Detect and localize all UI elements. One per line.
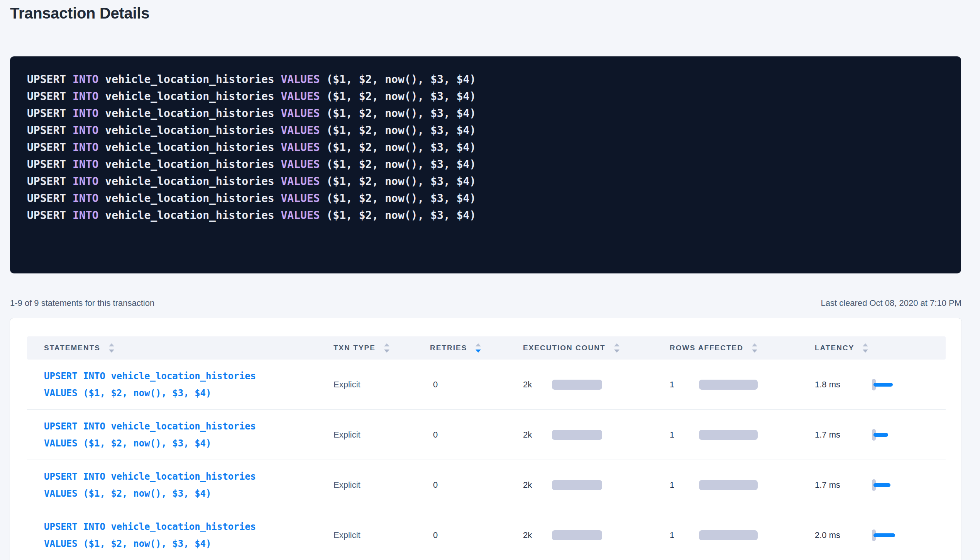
statement-link[interactable]: UPSERT INTO vehicle_location_historiesVA… bbox=[27, 468, 256, 502]
sql-text: UPSERT bbox=[27, 158, 73, 171]
sql-text: vehicle_location_histories bbox=[105, 209, 281, 222]
sql-text: ($1, $2, now(), $3, $4) bbox=[326, 175, 476, 188]
rows-affected-cell: 1 bbox=[670, 460, 815, 510]
column-header-latency[interactable]: LATENCY bbox=[815, 343, 946, 353]
txn-type-cell: Explicit bbox=[333, 410, 430, 460]
sql-keyword: VALUES bbox=[281, 158, 326, 171]
statement-line-2: VALUES ($1, $2, now(), $3, $4) bbox=[44, 485, 256, 502]
sort-down-arrow-icon bbox=[384, 350, 389, 353]
sql-keyword: INTO bbox=[73, 192, 105, 205]
execution-count-bar bbox=[552, 530, 602, 540]
sql-text: UPSERT bbox=[27, 209, 73, 222]
statements-table-body: UPSERT INTO vehicle_location_historiesVA… bbox=[27, 360, 945, 560]
statement-line-2: VALUES ($1, $2, now(), $3, $4) bbox=[44, 435, 256, 452]
statement-cell: UPSERT INTO vehicle_location_historiesVA… bbox=[27, 460, 333, 510]
sort-up-arrow-icon bbox=[863, 343, 868, 346]
sql-text: UPSERT bbox=[27, 141, 73, 154]
latency-cell: 1.7 ms bbox=[815, 410, 946, 460]
statement-cell: UPSERT INTO vehicle_location_historiesVA… bbox=[27, 410, 333, 460]
page-title: Transaction Details bbox=[10, 5, 149, 22]
txn-type-value: Explicit bbox=[333, 480, 361, 490]
sql-statement-line: UPSERT INTO vehicle_location_histories V… bbox=[27, 156, 946, 173]
sql-statement-line: UPSERT INTO vehicle_location_histories V… bbox=[27, 105, 946, 122]
sql-text: UPSERT bbox=[27, 90, 73, 103]
execution-count-cell: 2k bbox=[523, 510, 670, 560]
sql-text: ($1, $2, now(), $3, $4) bbox=[326, 73, 476, 86]
retries-value: 0 bbox=[433, 480, 438, 490]
rows-affected-value: 1 bbox=[670, 430, 674, 440]
sql-text: ($1, $2, now(), $3, $4) bbox=[326, 107, 476, 120]
sort-icon bbox=[476, 343, 481, 353]
sql-keyword: INTO bbox=[73, 175, 105, 188]
txn-type-cell: Explicit bbox=[333, 460, 430, 510]
column-header-label: LATENCY bbox=[815, 344, 854, 352]
sort-down-arrow-icon bbox=[863, 350, 868, 353]
sql-keyword: INTO bbox=[73, 158, 105, 171]
sort-icon bbox=[752, 343, 757, 353]
column-header-retries[interactable]: RETRIES bbox=[430, 343, 523, 353]
sql-keyword: INTO bbox=[73, 107, 105, 120]
statements-table-header: STATEMENTSTXN TYPERETRIESEXECUTION COUNT… bbox=[27, 336, 946, 360]
sql-statement-line: UPSERT INTO vehicle_location_histories V… bbox=[27, 122, 946, 139]
sql-statement-line: UPSERT INTO vehicle_location_histories V… bbox=[27, 88, 946, 105]
rows-affected-cell: 1 bbox=[670, 510, 815, 560]
table-row: UPSERT INTO vehicle_location_historiesVA… bbox=[27, 360, 946, 410]
sql-keyword: INTO bbox=[73, 141, 105, 154]
statement-cell: UPSERT INTO vehicle_location_historiesVA… bbox=[27, 360, 333, 409]
statement-line-2: VALUES ($1, $2, now(), $3, $4) bbox=[44, 535, 256, 552]
retries-value: 0 bbox=[433, 430, 438, 440]
retries-cell: 0 bbox=[430, 510, 523, 560]
sql-keyword: VALUES bbox=[281, 209, 326, 222]
retries-value: 0 bbox=[433, 380, 438, 390]
rows-affected-value: 1 bbox=[670, 380, 674, 390]
rows-affected-value: 1 bbox=[670, 480, 674, 490]
sql-keyword: VALUES bbox=[281, 90, 326, 103]
table-caption-row: 1-9 of 9 statements for this transaction… bbox=[10, 298, 961, 308]
sql-text: vehicle_location_histories bbox=[105, 141, 281, 154]
statement-link[interactable]: UPSERT INTO vehicle_location_historiesVA… bbox=[27, 518, 256, 552]
column-header-txn-type[interactable]: TXN TYPE bbox=[333, 343, 430, 353]
execution-count-bar bbox=[552, 430, 602, 440]
latency-value: 1.7 ms bbox=[815, 480, 840, 490]
sort-up-arrow-icon bbox=[752, 343, 757, 346]
rows-affected-bar bbox=[699, 530, 758, 540]
latency-cell: 2.0 ms bbox=[815, 510, 946, 560]
sort-up-arrow-icon bbox=[476, 343, 481, 346]
column-header-rows-affected[interactable]: ROWS AFFECTED bbox=[670, 343, 815, 353]
sort-down-arrow-icon bbox=[614, 350, 619, 353]
sql-text: UPSERT bbox=[27, 175, 73, 188]
table-row: UPSERT INTO vehicle_location_historiesVA… bbox=[27, 460, 946, 510]
statements-count-text: 1-9 of 9 statements for this transaction bbox=[10, 298, 154, 308]
execution-count-cell: 2k bbox=[523, 460, 670, 510]
sql-keyword: VALUES bbox=[281, 175, 326, 188]
statement-line-1: UPSERT INTO vehicle_location_histories bbox=[44, 468, 256, 485]
column-header-execution-count[interactable]: EXECUTION COUNT bbox=[523, 343, 670, 353]
rows-affected-cell: 1 bbox=[670, 410, 815, 460]
latency-value: 2.0 ms bbox=[815, 530, 840, 540]
sql-text: ($1, $2, now(), $3, $4) bbox=[326, 90, 476, 103]
sql-text: vehicle_location_histories bbox=[105, 158, 281, 171]
sql-text: UPSERT bbox=[27, 107, 73, 120]
sql-keyword: INTO bbox=[73, 209, 105, 222]
sql-text: UPSERT bbox=[27, 192, 73, 205]
sort-up-arrow-icon bbox=[614, 343, 619, 346]
sql-keyword: INTO bbox=[73, 124, 105, 137]
sql-text: vehicle_location_histories bbox=[105, 192, 281, 205]
sql-text: vehicle_location_histories bbox=[105, 124, 281, 137]
column-header-label: STATEMENTS bbox=[44, 344, 100, 352]
statement-link[interactable]: UPSERT INTO vehicle_location_historiesVA… bbox=[27, 418, 256, 452]
execution-count-value: 2k bbox=[523, 380, 532, 390]
sql-statement-line: UPSERT INTO vehicle_location_histories V… bbox=[27, 71, 946, 88]
statement-line-1: UPSERT INTO vehicle_location_histories bbox=[44, 368, 256, 385]
sql-keyword: VALUES bbox=[281, 73, 326, 86]
rows-affected-cell: 1 bbox=[670, 360, 815, 409]
column-header-label: TXN TYPE bbox=[333, 344, 376, 352]
sql-statement-line: UPSERT INTO vehicle_location_histories V… bbox=[27, 207, 946, 224]
latency-chart-icon bbox=[872, 429, 903, 441]
statement-link[interactable]: UPSERT INTO vehicle_location_historiesVA… bbox=[27, 368, 256, 402]
sort-down-arrow-icon bbox=[109, 350, 114, 353]
column-header-statements[interactable]: STATEMENTS bbox=[27, 343, 333, 353]
sql-text: ($1, $2, now(), $3, $4) bbox=[326, 192, 476, 205]
txn-type-cell: Explicit bbox=[333, 360, 430, 409]
latency-bar bbox=[873, 533, 895, 537]
